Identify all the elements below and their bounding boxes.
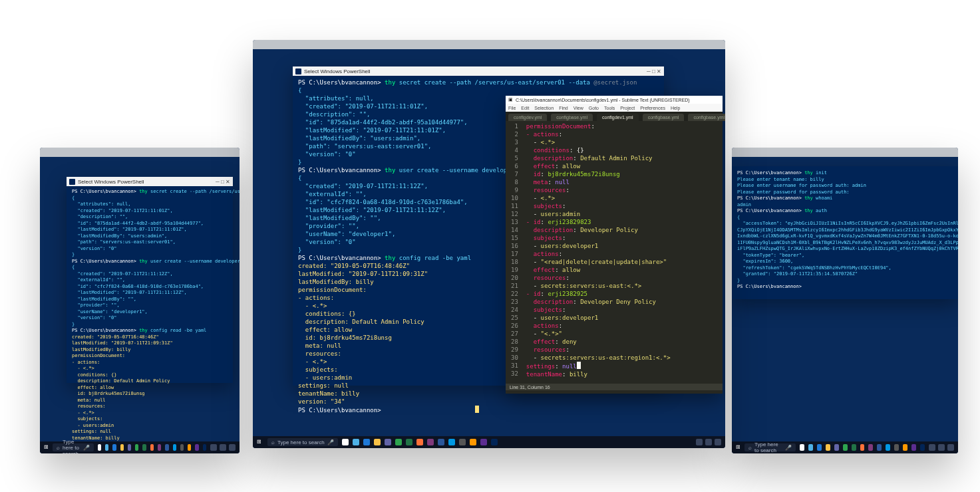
menu-item[interactable]: Help — [671, 106, 680, 110]
chrome-icon[interactable] — [342, 439, 349, 445]
menu-item[interactable]: Find — [559, 106, 568, 110]
store-icon[interactable] — [395, 439, 402, 445]
onenote-icon[interactable] — [158, 444, 161, 451]
editor-tab[interactable]: configdev1.yml — [597, 114, 639, 121]
powershell-icon[interactable] — [491, 439, 498, 445]
mail-icon[interactable] — [112, 444, 116, 451]
vs-icon[interactable] — [480, 439, 487, 445]
menu-item[interactable]: Tools — [604, 106, 615, 110]
mail-icon[interactable] — [363, 439, 370, 445]
vs-icon[interactable] — [195, 444, 198, 451]
sublime-icon[interactable] — [188, 444, 191, 451]
menu-item[interactable]: Selection — [534, 106, 554, 110]
files-icon[interactable] — [826, 444, 830, 451]
system-tray[interactable] — [210, 444, 236, 451]
onenote-icon[interactable] — [427, 439, 434, 445]
sublime-window[interactable]: ▣ C:\Users\bvancannon\Documents\configde… — [506, 96, 723, 394]
excel-icon[interactable] — [852, 444, 856, 451]
mail-icon[interactable] — [817, 444, 822, 451]
window-controls[interactable]: ─ □ ✕ — [216, 179, 230, 185]
tray-sound-icon[interactable] — [938, 444, 945, 451]
desktop-right: PS C:\Users\bvancannon> thy init Please … — [732, 148, 958, 453]
start-button[interactable]: ⊞ — [736, 444, 740, 451]
chrome-icon[interactable] — [800, 444, 804, 451]
powershell-titlebar[interactable]: Select Windows PowerShell ─ □ ✕ — [67, 177, 233, 186]
terminal-output[interactable]: PS C:\Users\bvancannon> thy secret creat… — [67, 186, 233, 453]
tray-sound-icon[interactable] — [705, 439, 712, 445]
teams-icon[interactable] — [834, 444, 839, 451]
menu-item[interactable]: View — [573, 106, 583, 110]
sublime-editor[interactable]: 1234567891011121314151617181920212223242… — [506, 121, 723, 384]
powershell-titlebar[interactable]: Select Windows PowerShell ─ □ ✕ — [293, 66, 664, 76]
tray-clock[interactable] — [715, 439, 721, 445]
word-icon[interactable] — [165, 444, 168, 451]
mic-icon[interactable]: 🎤 — [785, 445, 792, 451]
settings-icon[interactable] — [894, 444, 899, 451]
teams-icon[interactable] — [385, 439, 391, 445]
menu-item[interactable]: File — [508, 106, 516, 110]
taskbar-middle[interactable]: ⊞⌕Type here to search🎤 — [253, 436, 725, 448]
tray-network-icon[interactable] — [210, 444, 217, 451]
system-tray[interactable] — [929, 444, 954, 451]
editor-tab[interactable]: configbase.yml — [551, 114, 593, 121]
system-tray[interactable] — [696, 439, 721, 445]
skype-icon[interactable] — [173, 444, 176, 451]
terminal-output[interactable]: PS C:\Users\bvancannon> thy init Please … — [732, 166, 958, 299]
sublime-menubar[interactable]: FileEditSelectionFindViewGotoToolsProjec… — [506, 104, 723, 112]
sublime-tabs[interactable]: configdev.ymlconfigbase.ymlconfigdev1.ym… — [506, 112, 723, 121]
onenote-icon[interactable] — [868, 444, 873, 451]
taskbar-search[interactable]: ⌕Type here to search🎤 — [53, 443, 94, 451]
editor-tab[interactable]: configbase.yml — [688, 114, 725, 121]
editor-tab[interactable]: configdev.yml — [508, 114, 547, 121]
desktop-left-topbar — [40, 148, 240, 157]
powershell-icon[interactable] — [920, 444, 925, 451]
teams-icon[interactable] — [128, 444, 131, 451]
menu-item[interactable]: Goto — [589, 106, 599, 110]
excel-icon[interactable] — [406, 439, 412, 445]
settings-icon[interactable] — [459, 439, 466, 445]
start-button[interactable]: ⊞ — [257, 439, 263, 445]
sublime-icon[interactable] — [470, 439, 476, 445]
powershell-icon[interactable] — [203, 444, 206, 451]
menu-item[interactable]: Edit — [521, 106, 529, 110]
files-icon[interactable] — [120, 444, 124, 451]
powershell-window-left[interactable]: Select Windows PowerShell ─ □ ✕ PS C:\Us… — [67, 177, 233, 383]
taskbar-search[interactable]: ⌕Type here to search🎤 — [744, 443, 796, 451]
vs-icon[interactable] — [911, 444, 916, 451]
tray-sound-icon[interactable] — [220, 444, 226, 451]
firefox-icon[interactable] — [416, 439, 423, 445]
chrome-icon[interactable] — [98, 444, 101, 451]
taskbar-right[interactable]: ⊞⌕Type here to search🎤 — [732, 441, 958, 453]
taskbar-search[interactable]: ⌕Type here to search🎤 — [267, 438, 338, 446]
edge-icon[interactable] — [353, 439, 359, 445]
edge-icon[interactable] — [808, 444, 813, 451]
menu-item[interactable]: Preferences — [640, 106, 665, 110]
tray-network-icon[interactable] — [929, 444, 935, 451]
settings-icon[interactable] — [180, 444, 184, 451]
tray-clock[interactable] — [229, 444, 236, 451]
word-icon[interactable] — [438, 439, 444, 445]
mic-icon[interactable]: 🎤 — [327, 439, 334, 445]
window-controls[interactable]: ─ □ ✕ — [647, 68, 661, 74]
mic-icon[interactable]: 🎤 — [83, 445, 90, 451]
powershell-window-right[interactable]: PS C:\Users\bvancannon> thy init Please … — [732, 166, 958, 299]
store-icon[interactable] — [135, 444, 138, 451]
firefox-icon[interactable] — [150, 444, 154, 451]
edge-icon[interactable] — [105, 444, 108, 451]
start-button[interactable]: ⊞ — [44, 444, 49, 451]
editor-tab[interactable]: configbase.yml — [643, 114, 685, 121]
code-area[interactable]: permissionDocument: - actions: - <.*> co… — [522, 121, 675, 384]
taskbar-left[interactable]: ⊞⌕Type here to search🎤 — [40, 441, 240, 453]
excel-icon[interactable] — [142, 444, 146, 451]
skype-icon[interactable] — [448, 439, 455, 445]
tray-clock[interactable] — [947, 444, 954, 451]
firefox-icon[interactable] — [860, 444, 865, 451]
files-icon[interactable] — [374, 439, 381, 445]
menu-item[interactable]: Project — [620, 106, 635, 110]
store-icon[interactable] — [843, 444, 848, 451]
tray-network-icon[interactable] — [696, 439, 703, 445]
sublime-titlebar[interactable]: ▣ C:\Users\bvancannon\Documents\configde… — [506, 96, 723, 104]
word-icon[interactable] — [877, 444, 882, 451]
skype-icon[interactable] — [886, 444, 890, 451]
sublime-icon[interactable] — [903, 444, 907, 451]
